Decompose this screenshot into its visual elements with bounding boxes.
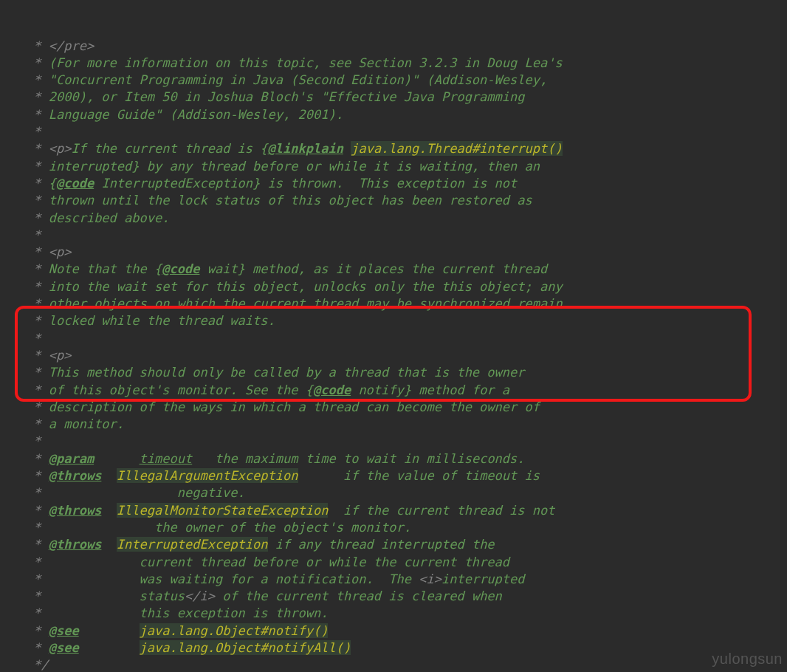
code-line: * status</i> of the current thread is cl… [26,588,787,605]
code-line: * <p> [26,347,787,364]
code-line: * <p> [26,244,787,261]
code-line: * interrupted} by any thread before or w… [26,158,787,175]
code-line: * the owner of the object's monitor. [26,519,787,536]
code-line: * @see java.lang.Object#notifyAll() [26,640,787,656]
code-line: * thrown until the lock status of this o… [26,192,787,209]
code-line: * current thread before or while the cur… [26,554,787,571]
code-line: * @throws IllegalMonitorStateException i… [26,502,787,519]
code-line: * of this object's monitor. See the {@co… [26,382,787,399]
code-line: * into the wait set for this object, unl… [26,278,787,295]
code-line: */ [26,656,787,672]
code-line: * {@code InterruptedException} is thrown… [26,175,787,192]
code-line: * negative. [26,484,787,501]
code-line: * </pre> [26,38,787,55]
code-line: * [26,330,787,347]
code-line: * Note that the {@code wait} method, as … [26,261,787,278]
code-line: * (For more information on this topic, s… [26,55,787,72]
code-editor[interactable]: * </pre> * (For more information on this… [0,0,787,672]
code-line: * 2000), or Item 50 in Joshua Bloch's "E… [26,89,787,106]
code-line: * [26,123,787,140]
code-line: * this exception is thrown. [26,605,787,622]
javadoc-block: * </pre> * (For more information on this… [26,38,787,672]
code-line: * "Concurrent Programming in Java (Secon… [26,72,787,89]
code-line: * @throws InterruptedException if any th… [26,536,787,553]
code-line: * described above. [26,210,787,227]
code-line: * @param timeout the maximum time to wai… [26,450,787,467]
code-line: * other objects on which the current thr… [26,295,787,312]
code-line: * locked while the thread waits. [26,312,787,329]
code-line: * a monitor. [26,416,787,433]
code-line: * Language Guide" (Addison-Wesley, 2001)… [26,106,787,123]
code-line: * <p>If the current thread is {@linkplai… [26,140,787,157]
code-line: * This method should only be called by a… [26,364,787,381]
code-line: * [26,433,787,450]
code-line: * @throws IllegalArgumentException if th… [26,467,787,484]
code-line: * description of the ways in which a thr… [26,399,787,416]
code-line: * @see java.lang.Object#notify() [26,623,787,640]
code-line: * [26,227,787,244]
watermark-text: yulongsun [712,651,783,668]
code-line: * was waiting for a notification. The <i… [26,571,787,588]
